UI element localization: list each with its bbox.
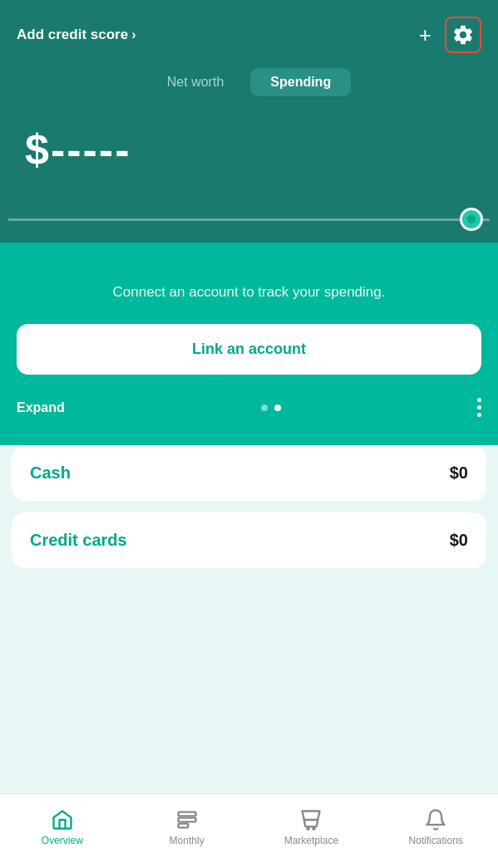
nav-label-overview: Overview: [42, 835, 83, 846]
marketplace-icon: [299, 808, 323, 831]
more-dot-3: [477, 413, 481, 417]
tab-net-worth[interactable]: Net worth: [147, 68, 244, 96]
more-dot-1: [477, 398, 481, 402]
bell-icon: [424, 808, 447, 831]
svg-point-4: [313, 827, 315, 829]
svg-rect-0: [178, 812, 195, 816]
nav-label-notifications: Notifications: [408, 835, 462, 846]
dot-1: [261, 405, 268, 411]
nav-label-monthly: Monthly: [170, 835, 205, 846]
add-icon[interactable]: +: [419, 24, 431, 46]
add-credit-score-link[interactable]: Add credit score ›: [17, 27, 136, 43]
chevron-right-icon: ›: [131, 27, 136, 42]
tab-row: Net worth Spending: [17, 68, 481, 96]
main-section: Connect an account to track your spendin…: [0, 243, 498, 454]
connect-account-text: Connect an account to track your spendin…: [17, 284, 481, 301]
cards-section: Cash $0 Credit cards $0: [0, 445, 498, 568]
nav-item-overview[interactable]: Overview: [0, 808, 125, 846]
nav-item-monthly[interactable]: Monthly: [125, 808, 249, 846]
credit-cards-value: $0: [450, 531, 468, 550]
gear-icon: [451, 23, 475, 47]
settings-button[interactable]: [445, 17, 481, 53]
slider-wrapper[interactable]: [8, 208, 490, 231]
cash-value: $0: [450, 463, 468, 483]
more-dot-2: [477, 405, 481, 409]
bottom-nav: Overview Monthly Marketplace Notificatio…: [0, 793, 498, 868]
add-credit-score-text: Add credit score: [17, 27, 128, 43]
top-icons: +: [419, 17, 481, 53]
monthly-icon: [175, 808, 199, 831]
slider-track: [8, 218, 490, 221]
balance-display: $-----: [25, 125, 131, 174]
slider-thumb[interactable]: [460, 208, 483, 231]
expand-row: Expand: [17, 398, 481, 417]
slider-section: [0, 208, 498, 243]
credit-cards-card[interactable]: Credit cards $0: [12, 512, 486, 568]
cash-label: Cash: [30, 463, 71, 483]
nav-label-marketplace: Marketplace: [284, 835, 338, 846]
slider-thumb-inner: [467, 215, 476, 223]
balance-area: $-----: [17, 116, 481, 208]
svg-point-3: [308, 827, 309, 829]
more-options-button[interactable]: [477, 398, 481, 417]
credit-cards-label: Credit cards: [30, 531, 127, 550]
cash-card[interactable]: Cash $0: [12, 445, 486, 501]
top-bar: Add credit score › +: [17, 17, 481, 53]
link-account-button[interactable]: Link an account: [17, 324, 481, 375]
header-section: Add credit score › + Net worth Spending …: [0, 0, 498, 208]
dots-indicator: [261, 405, 281, 411]
svg-rect-1: [178, 817, 195, 821]
svg-rect-2: [178, 823, 188, 827]
nav-item-notifications[interactable]: Notifications: [373, 808, 498, 846]
nav-item-marketplace[interactable]: Marketplace: [249, 808, 374, 846]
home-icon: [51, 808, 74, 831]
tab-spending[interactable]: Spending: [250, 68, 351, 96]
dot-2: [274, 405, 281, 411]
expand-label[interactable]: Expand: [17, 400, 65, 415]
